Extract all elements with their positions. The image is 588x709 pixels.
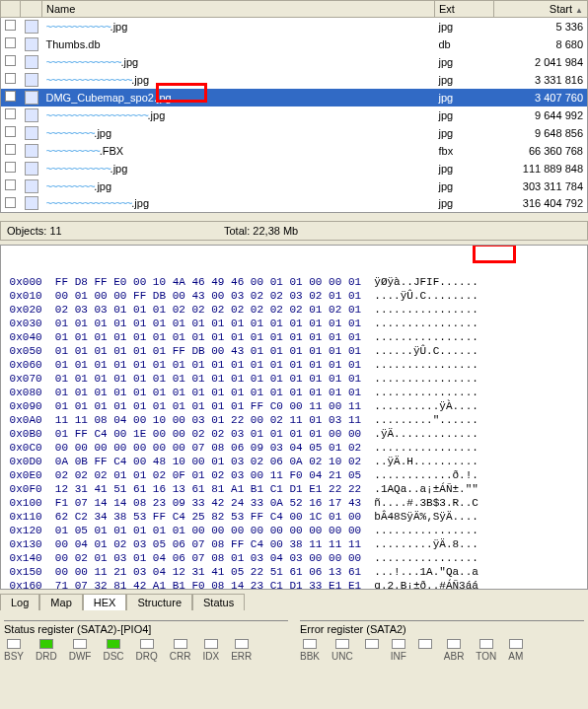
file-start: 2 041 984 bbox=[494, 53, 588, 71]
file-name[interactable]: ~~~~~~~~~~~~.jpg bbox=[42, 160, 435, 177]
file-table[interactable]: Name Ext Start▲ ~~~~~~~~~~~~.jpgjpg5 336… bbox=[0, 0, 588, 213]
checkbox[interactable] bbox=[5, 197, 16, 208]
hex-row[interactable]: 0x0F0 12 31 41 51 61 16 13 61 81 A1 B1 C… bbox=[3, 482, 585, 496]
tab-map[interactable]: Map bbox=[39, 594, 82, 610]
hex-row[interactable]: 0x040 01 01 01 01 01 01 01 01 01 01 01 0… bbox=[3, 330, 585, 344]
hex-row[interactable]: 0x0E0 02 02 02 01 01 02 0F 01 02 03 00 1… bbox=[3, 468, 585, 482]
tab-log[interactable]: Log bbox=[0, 594, 39, 610]
checkbox[interactable] bbox=[5, 144, 16, 155]
file-start: 303 311 784 bbox=[494, 177, 588, 195]
tab-strip[interactable]: LogMapHEXStructureStatus bbox=[0, 594, 588, 610]
table-row[interactable]: ~~~~~~~~~~.FBXfbx66 360 768 bbox=[1, 142, 588, 160]
file-name[interactable]: ~~~~~~~~~~~~~~~~.jpg bbox=[42, 195, 435, 213]
file-start: 316 404 792 bbox=[494, 195, 588, 213]
col-start[interactable]: Start▲ bbox=[494, 1, 588, 18]
hex-row[interactable]: 0x120 01 05 01 01 01 01 01 00 00 00 00 0… bbox=[3, 524, 585, 537]
led-am: AM bbox=[508, 639, 523, 662]
hex-row[interactable]: 0x070 01 01 01 01 01 01 01 01 01 01 01 0… bbox=[3, 372, 585, 386]
led-drd: DRD bbox=[36, 639, 57, 662]
error-register: Error register (SATA2) BBKUNCINFABRTONAM bbox=[300, 620, 584, 662]
file-icon bbox=[25, 20, 38, 34]
table-row[interactable]: ~~~~~~~~~.jpgjpg303 311 784 bbox=[1, 177, 588, 195]
file-ext: jpg bbox=[435, 18, 494, 35]
checkbox[interactable] bbox=[5, 162, 16, 173]
hex-row[interactable]: 0x130 00 04 01 02 03 05 06 07 08 FF C4 0… bbox=[3, 537, 585, 551]
hex-row[interactable]: 0x090 01 01 01 01 01 01 01 01 01 01 FF C… bbox=[3, 399, 585, 413]
hex-row[interactable]: 0x100 F1 07 14 14 08 23 09 33 42 24 33 0… bbox=[3, 496, 585, 510]
file-name[interactable]: ~~~~~~~~~~~~.jpg bbox=[42, 18, 435, 35]
tab-hex[interactable]: HEX bbox=[83, 594, 127, 610]
checkbox[interactable] bbox=[5, 55, 16, 66]
highlight-jfif bbox=[473, 245, 516, 263]
file-icon bbox=[25, 37, 38, 51]
led-blank bbox=[418, 639, 432, 662]
file-icon bbox=[25, 91, 38, 105]
file-name[interactable]: DMG_Cubemap_spo2.jpg bbox=[42, 89, 435, 106]
led-dwf: DWF bbox=[69, 639, 92, 662]
hex-row[interactable]: 0x0B0 01 FF C4 00 1E 00 00 02 02 03 01 0… bbox=[3, 427, 585, 441]
hex-row[interactable]: 0x080 01 01 01 01 01 01 01 01 01 01 01 0… bbox=[3, 386, 585, 399]
table-row[interactable]: ~~~~~~~~~~~~~~~~.jpgjpg316 404 792 bbox=[1, 195, 588, 213]
led-idx: IDX bbox=[203, 639, 220, 662]
hex-row[interactable]: 0x060 01 01 01 01 01 01 01 01 01 01 01 0… bbox=[3, 358, 585, 372]
file-ext: jpg bbox=[435, 124, 494, 142]
tab-structure[interactable]: Structure bbox=[126, 594, 192, 610]
tab-status[interactable]: Status bbox=[192, 594, 245, 610]
hex-row[interactable]: 0x020 02 03 03 01 01 01 02 02 02 02 02 0… bbox=[3, 303, 585, 317]
table-row[interactable]: Thumbs.dbdb8 680 bbox=[1, 35, 588, 53]
table-row[interactable]: ~~~~~~~~~.jpgjpg9 648 856 bbox=[1, 124, 588, 142]
col-check[interactable] bbox=[1, 1, 21, 18]
hex-row[interactable]: 0x160 71 07 32 81 42 A1 B1 F0 08 14 23 C… bbox=[3, 579, 585, 590]
checkbox[interactable] bbox=[5, 73, 16, 84]
hex-row[interactable]: 0x030 01 01 01 01 01 01 01 01 01 01 01 0… bbox=[3, 317, 585, 330]
status-register: Status register (SATA2)-[PIO4] BSYDRDDWF… bbox=[4, 620, 288, 662]
hex-row[interactable]: 0x0D0 0A 0B FF C4 00 48 10 00 01 03 02 0… bbox=[3, 455, 585, 468]
hex-row[interactable]: 0x0C0 00 00 00 00 00 00 00 07 08 06 09 0… bbox=[3, 441, 585, 455]
file-icon bbox=[25, 196, 38, 210]
led-bsy: BSY bbox=[4, 639, 24, 662]
file-name[interactable]: ~~~~~~~~~.jpg bbox=[42, 177, 435, 195]
table-row[interactable]: DMG_Cubemap_spo2.jpgjpg3 407 760 bbox=[1, 89, 588, 106]
checkbox[interactable] bbox=[5, 20, 16, 31]
checkbox[interactable] bbox=[5, 37, 16, 48]
led-inf: INF bbox=[391, 639, 406, 662]
hex-row[interactable]: 0x050 01 01 01 01 01 01 FF DB 00 43 01 0… bbox=[3, 344, 585, 358]
col-ext[interactable]: Ext bbox=[435, 1, 494, 18]
file-start: 9 648 856 bbox=[494, 124, 588, 142]
led-abr: ABR bbox=[444, 639, 465, 662]
file-name[interactable]: Thumbs.db bbox=[42, 35, 435, 53]
file-name[interactable]: ~~~~~~~~~~~~~~~~~~~.jpg bbox=[42, 106, 435, 124]
file-ext: jpg bbox=[435, 160, 494, 177]
col-name[interactable]: Name bbox=[42, 1, 435, 18]
file-icon bbox=[25, 108, 38, 122]
hex-row[interactable]: 0x110 62 C2 34 38 53 FF C4 25 82 53 FF C… bbox=[3, 510, 585, 524]
led-ton: TON bbox=[476, 639, 496, 662]
table-row[interactable]: ~~~~~~~~~~~~.jpgjpg5 336 bbox=[1, 18, 588, 35]
hex-row[interactable]: 0x140 00 02 01 03 01 04 06 07 08 01 03 0… bbox=[3, 551, 585, 565]
file-name[interactable]: ~~~~~~~~~~~~~~.jpg bbox=[42, 53, 435, 71]
info-bar: Objects: 11 Total: 22,38 Mb bbox=[0, 221, 588, 241]
checkbox[interactable] bbox=[5, 108, 16, 119]
hex-row[interactable]: 0x0A0 11 11 08 04 00 10 00 03 01 22 00 0… bbox=[3, 413, 585, 427]
checkbox[interactable] bbox=[5, 126, 16, 137]
file-name[interactable]: ~~~~~~~~~~.FBX bbox=[42, 142, 435, 160]
file-name[interactable]: ~~~~~~~~~.jpg bbox=[42, 124, 435, 142]
file-ext: jpg bbox=[435, 195, 494, 213]
checkbox[interactable] bbox=[5, 91, 16, 102]
hex-viewer[interactable]: 0x000 FF D8 FF E0 00 10 4A 46 49 46 00 0… bbox=[0, 245, 588, 590]
total-size: Total: 22,38 Mb bbox=[224, 225, 298, 237]
file-ext: jpg bbox=[435, 53, 494, 71]
hex-row[interactable]: 0x150 00 00 11 21 03 04 12 31 41 05 22 5… bbox=[3, 565, 585, 579]
table-row[interactable]: ~~~~~~~~~~~~~~~~.jpgjpg3 331 816 bbox=[1, 71, 588, 89]
file-name[interactable]: ~~~~~~~~~~~~~~~~.jpg bbox=[42, 71, 435, 89]
led-err: ERR bbox=[231, 639, 252, 662]
file-start: 111 889 848 bbox=[494, 160, 588, 177]
hex-row[interactable]: 0x010 00 01 00 00 FF DB 00 43 00 03 02 0… bbox=[3, 289, 585, 303]
table-row[interactable]: ~~~~~~~~~~~~~~.jpgjpg2 041 984 bbox=[1, 53, 588, 71]
hex-row[interactable]: 0x000 FF D8 FF E0 00 10 4A 46 49 46 00 0… bbox=[3, 275, 585, 289]
table-row[interactable]: ~~~~~~~~~~~~~~~~~~~.jpgjpg9 644 992 bbox=[1, 106, 588, 124]
file-ext: jpg bbox=[435, 177, 494, 195]
table-row[interactable]: ~~~~~~~~~~~~.jpgjpg111 889 848 bbox=[1, 160, 588, 177]
checkbox[interactable] bbox=[5, 179, 16, 190]
objects-count: Objects: 11 bbox=[7, 225, 184, 237]
